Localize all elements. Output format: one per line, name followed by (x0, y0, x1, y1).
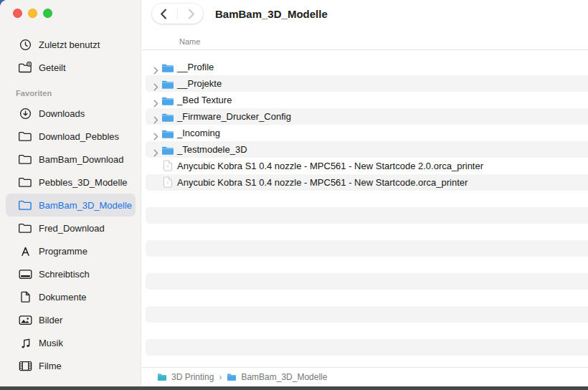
sidebar-item-pebbles-3d-modelle[interactable]: Pebbles_3D_Modelle (6, 171, 136, 194)
desktop-icon (19, 268, 32, 280)
file-name: _Incoming (177, 125, 220, 141)
sidebar-item-musik[interactable]: Musik (6, 331, 136, 354)
file-name: __Projekte (177, 75, 222, 92)
file-name: _Testmodele_3D (177, 141, 247, 158)
sidebar-item-downloads[interactable]: Downloads (6, 102, 136, 125)
back-button[interactable] (155, 5, 172, 22)
file-name: __Profile (177, 59, 214, 75)
window-bottom-edge (0, 386, 588, 390)
sidebar-item-label: BamBam_3D_Modelle (39, 200, 132, 211)
sidebar-item-schreibtisch[interactable]: Schreibtisch (6, 262, 136, 285)
sidebar-item-zuletzt-benutzt[interactable]: Zuletzt benutzt (6, 33, 136, 56)
close-button[interactable] (13, 9, 22, 18)
folder-icon (19, 153, 32, 166)
sidebar-item-fred-download[interactable]: Fred_Download (6, 217, 136, 239)
sidebar-item-bilder[interactable]: Bilder (6, 308, 136, 331)
path-segment-label: 3D Printing (171, 372, 214, 382)
sidebar-item-label: Bilder (39, 315, 62, 325)
sidebar-item-label: Programme (39, 246, 87, 257)
sidebar-item-filme[interactable]: Filme (6, 354, 136, 377)
sidebar-item-download-pebbles[interactable]: Download_Pebbles (6, 125, 136, 148)
nav-history-group (152, 4, 203, 24)
sidebar-item-label: Downloads (39, 108, 85, 119)
file-row-folder[interactable]: _Bed Texture (146, 92, 588, 108)
file-row-folder[interactable]: __Projekte (146, 75, 588, 92)
pictures-icon (19, 314, 32, 326)
file-name: Anycubic Kobra S1 0.4 nozzle - MPC561 - … (177, 158, 483, 174)
file-name: _Firmware_Drucker_Config (177, 108, 291, 125)
sidebar: Zuletzt benutztGeteilt Favoriten Downloa… (0, 0, 141, 386)
sidebar-item-dokumente[interactable]: Dokumente (6, 285, 136, 308)
file-row-folder[interactable]: _Firmware_Drucker_Config (146, 108, 588, 125)
path-segment-label: BamBam_3D_Modelle (241, 372, 327, 382)
empty-row (146, 191, 588, 207)
sidebar-item-label: Fred_Download (39, 223, 105, 234)
sidebar-item-label: Schreibtisch (39, 269, 90, 280)
zoom-button[interactable] (43, 9, 52, 18)
window-title: BamBam_3D_Modelle (215, 8, 328, 20)
empty-row (146, 356, 588, 367)
empty-row (146, 323, 588, 339)
chevron-right-icon (188, 9, 195, 19)
empty-row (146, 257, 588, 273)
clock-icon (19, 39, 32, 51)
folder-icon (19, 130, 32, 143)
empty-row (146, 224, 588, 240)
sidebar-item-label: Filme (39, 361, 62, 371)
applications-icon (19, 245, 32, 257)
minimize-button[interactable] (28, 9, 37, 18)
sidebar-item-bambam-3d-modelle[interactable]: BamBam_3D_Modelle (6, 194, 136, 217)
document-icon (19, 291, 32, 303)
empty-row (146, 207, 588, 224)
file-row-file[interactable]: Anycubic Kobra S1 0.4 nozzle - MPC561 - … (146, 158, 588, 174)
finder-window: Zuletzt benutztGeteilt Favoriten Downloa… (0, 0, 588, 390)
music-icon (19, 337, 32, 349)
shared-folder-icon (19, 62, 32, 74)
sidebar-item-programme[interactable]: Programme (6, 239, 136, 262)
empty-row (146, 290, 588, 306)
file-row-folder[interactable]: _Testmodele_3D (146, 141, 588, 158)
file-name: Anycubic Kobra S1 0.4 nozzle - MPC561 - … (177, 174, 468, 191)
empty-row (146, 240, 588, 257)
file-row-folder[interactable]: _Incoming (146, 125, 588, 141)
empty-row (146, 306, 588, 323)
sidebar-item-label: Zuletzt benutzt (39, 39, 100, 50)
forward-button[interactable] (183, 5, 200, 22)
sidebar-item-label: Geteilt (39, 62, 66, 73)
teal-folder-icon (157, 373, 167, 381)
file-row-folder[interactable]: __Profile (146, 59, 588, 75)
path-bar: 3D Printing›BamBam_3D_Modelle (142, 368, 588, 386)
path-segment-bambam-3d-modelle[interactable]: BamBam_3D_Modelle (227, 372, 327, 382)
column-header-name[interactable]: Name (179, 37, 200, 46)
empty-row (146, 273, 588, 290)
sidebar-item-label: Dokumente (39, 292, 86, 303)
header-divider (142, 49, 588, 50)
nav-divider (177, 8, 178, 19)
chevron-left-icon (160, 9, 167, 19)
movies-icon (19, 360, 32, 372)
path-segment-3d-printing[interactable]: 3D Printing (157, 372, 214, 382)
folder-icon (19, 222, 32, 234)
path-separator: › (219, 372, 222, 382)
traffic-lights (13, 9, 52, 18)
downloads-icon (19, 108, 32, 120)
sidebar-section-favoriten: Favoriten (16, 89, 52, 98)
sidebar-item-geteilt[interactable]: Geteilt (6, 56, 136, 79)
file-row-file[interactable]: Anycubic Kobra S1 0.4 nozzle - MPC561 - … (146, 174, 588, 191)
blue-folder-icon (227, 373, 237, 381)
file-list: __Profile__Projekte_Bed Texture_Firmware… (142, 59, 588, 367)
folder-icon (19, 176, 32, 189)
folder-icon (19, 199, 32, 211)
sidebar-item-label: Download_Pebbles (39, 131, 119, 142)
file-name: _Bed Texture (177, 92, 232, 108)
empty-row (146, 339, 588, 356)
sidebar-item-label: Pebbles_3D_Modelle (39, 177, 128, 188)
sidebar-item-bambam-download[interactable]: BamBam_Download (6, 148, 136, 171)
sidebar-item-label: Musik (39, 338, 63, 348)
sidebar-item-label: BamBam_Download (39, 154, 124, 165)
